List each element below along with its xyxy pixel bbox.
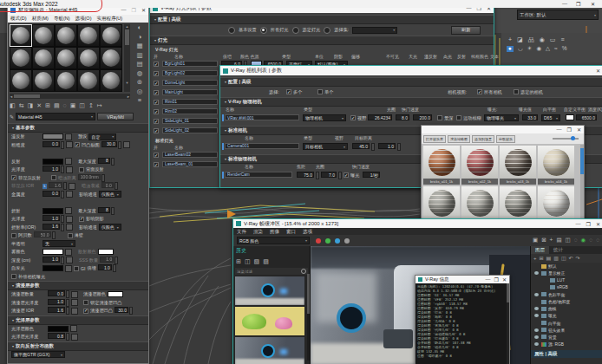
value-field[interactable]: 1.0 [48, 299, 65, 305]
library-material-thumb[interactable]: bricks_a03_1k [500, 146, 536, 185]
maximize-icon[interactable]: ❐ [567, 127, 572, 133]
focal-value[interactable]: 75.0 [297, 172, 314, 178]
minimize-icon[interactable]: — [576, 221, 581, 227]
light-name-field[interactable]: LaserBeam02 [162, 152, 218, 158]
pick-material-icon[interactable]: ✎ [10, 114, 14, 120]
sample-slot[interactable] [55, 24, 77, 47]
workspace-dropdown[interactable]: 工作区: 默认▾ [517, 10, 599, 20]
material-class-button[interactable]: VRayMtl [97, 113, 134, 120]
map-slot-button[interactable] [70, 325, 77, 332]
sample-slot[interactable] [32, 69, 55, 92]
light-on-checkbox[interactable]: ✓ [154, 71, 159, 76]
temperature-value[interactable]: 6500.0 [576, 114, 597, 120]
single-checkbox[interactable] [317, 89, 323, 94]
library-button-渲染缩略图[interactable]: 渲染缩略图 [448, 135, 470, 143]
library-scrollbar[interactable] [580, 145, 584, 224]
duplicate-layer-icon[interactable]: ⊞ [540, 256, 544, 261]
spinner[interactable] [63, 182, 67, 190]
eye-icon[interactable] [534, 335, 539, 339]
light-on-checkbox[interactable]: ✓ [154, 62, 159, 67]
map-slot-button[interactable] [71, 308, 78, 315]
light-on-checkbox[interactable]: ✓ [154, 119, 159, 124]
dropdown[interactable]: 仅颜色▾ [99, 224, 121, 231]
config-rollout-header[interactable]: ▾配置 | 高级 [150, 15, 494, 24]
sample-type-icon[interactable]: ◐ [138, 24, 142, 31]
camera-name-field[interactable]: VRay 相机001 [225, 114, 299, 120]
checkbox[interactable] [11, 274, 16, 279]
rollout-header[interactable]: ▾光泽层参数 [8, 315, 148, 325]
aperture-value[interactable]: 8.0 [396, 114, 409, 120]
map-slot-button[interactable] [71, 299, 78, 306]
material-library-titlebar[interactable]: — ❐ ✕ [422, 126, 584, 133]
channel-dropdown[interactable]: RGB 颜色▾ [237, 237, 310, 244]
light-on-checkbox[interactable]: ✓ [154, 109, 159, 114]
menu-item-U[interactable]: 实用程序(U) [94, 16, 125, 22]
fov-checkbox[interactable]: ✓ [350, 115, 356, 120]
menu-item-O[interactable]: 选项(O) [73, 16, 95, 22]
green-channel-toggle[interactable] [325, 238, 330, 244]
menu-item-M[interactable]: 材质(M) [29, 16, 51, 22]
shutter-value[interactable]: 200.0 [413, 114, 432, 120]
eye-icon[interactable] [534, 328, 539, 332]
light-on-checkbox[interactable]: ✓ [154, 153, 159, 158]
selection-set-dropdown[interactable]: ▾ [352, 27, 397, 34]
value-field[interactable]: 0.0 [48, 290, 65, 296]
light-name-field[interactable]: MainLight [162, 89, 218, 95]
radio-选择集:[interactable] [324, 27, 330, 34]
clear-image-icon[interactable]: ⊠ [541, 237, 546, 244]
refresh-button[interactable]: 刷新 [451, 26, 481, 35]
slot-hscrollbar[interactable]: ◄► [10, 94, 130, 99]
rollout-header[interactable]: ▾基本参数 [8, 123, 148, 133]
folder-icon[interactable]: ◫ [561, 256, 566, 261]
camera-name-field[interactable]: Camera001 [225, 143, 299, 149]
make-unique-icon[interactable]: ⊞ [45, 102, 50, 108]
eye-icon[interactable] [534, 293, 539, 296]
light-name-field[interactable]: BgrLight01 [162, 61, 218, 67]
geometry-icon[interactable]: ● [507, 46, 514, 52]
checkbox[interactable] [68, 233, 73, 238]
slider-thumb[interactable] [571, 136, 575, 140]
map-slot-button[interactable] [66, 257, 73, 263]
value-field[interactable]: 0.8 [48, 333, 65, 339]
layer-row[interactable]: 色彩平衡 [531, 291, 602, 298]
layer-row[interactable]: LUT [531, 276, 602, 283]
make-preview-icon[interactable]: ◍ [137, 70, 143, 77]
slot-vscrollbar[interactable]: ▲▼ [124, 24, 130, 92]
sample-slot[interactable] [100, 47, 122, 69]
show-end-result-icon[interactable]: ◫ [79, 102, 85, 108]
layer-row[interactable]: 显示校正 [531, 270, 602, 276]
spinner[interactable] [66, 299, 69, 307]
eye-icon[interactable] [534, 307, 539, 310]
checkbox[interactable]: ✓ [11, 175, 16, 180]
radio-所有灯光[interactable] [260, 27, 267, 34]
motion-blur-checkbox[interactable] [456, 115, 461, 120]
sample-slot[interactable] [55, 69, 77, 92]
next-region-icon[interactable]: ◌ [596, 237, 599, 244]
library-button-打开材质库[interactable]: 打开材质库 [423, 135, 446, 143]
save-preset-icon[interactable]: ▤ [546, 256, 552, 261]
value-field[interactable]: 0.0 [43, 141, 60, 147]
map-slot-button[interactable] [65, 207, 72, 214]
app-maximize-button[interactable]: ❐ [576, 1, 580, 7]
checkbox[interactable]: ✓ [79, 217, 84, 222]
shutter-value[interactable]: 1/秒 [363, 172, 380, 178]
spinner[interactable] [61, 166, 64, 173]
get-material-icon[interactable]: ◧ [10, 102, 16, 108]
go-forward-icon[interactable]: ↦ [97, 102, 102, 108]
radio-选定灯光[interactable] [292, 27, 299, 34]
compare-icon[interactable]: ◫ [566, 237, 571, 244]
light-name-field[interactable]: BgrLight02 [162, 70, 218, 76]
dropdown[interactable]: 微平面GTR (GGX)▾ [11, 351, 65, 358]
map-slot-button[interactable] [66, 166, 73, 173]
vfb-titlebar[interactable]: V-Ray 帧缓冲区 - [15.4% of 2000 x 1273] — ❐ … [233, 219, 602, 228]
light-on-checkbox[interactable]: ✓ [154, 81, 159, 86]
sample-slot[interactable] [77, 24, 100, 47]
sample-slot[interactable] [10, 69, 32, 92]
camera-name-field[interactable]: RenderCam [225, 172, 292, 178]
light-name-field[interactable]: Rim01 [162, 99, 218, 105]
checkbox[interactable]: ✓ [83, 309, 88, 314]
spinner[interactable] [61, 215, 64, 223]
radio-基本设置[interactable] [228, 27, 235, 34]
put-to-scene-icon[interactable]: ⇆ [19, 102, 24, 108]
spinner[interactable] [61, 191, 64, 198]
